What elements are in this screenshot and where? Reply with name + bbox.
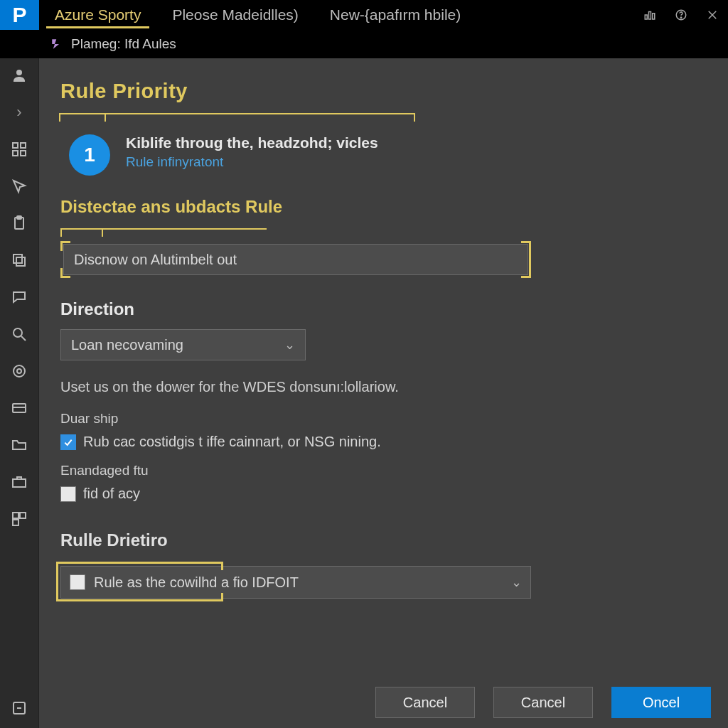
breadcrumb-label: Plameg: Ifd Aules <box>71 36 176 52</box>
rule-priority-heading: Rule Priority <box>60 80 707 103</box>
direction-helper-text: Uset us on the dower for the WDES donsun… <box>60 379 707 395</box>
ok-button[interactable]: Oncel <box>611 687 711 718</box>
svg-point-16 <box>14 328 22 337</box>
briefcase-icon[interactable] <box>9 472 29 492</box>
card-icon[interactable] <box>9 398 29 418</box>
svg-rect-9 <box>21 143 26 148</box>
dist-rule-input[interactable] <box>63 244 528 275</box>
close-icon[interactable] <box>697 0 728 30</box>
cancel-button[interactable]: Cancel <box>375 687 475 718</box>
dist-rule-heading: Distectae ans ubdacts Rule <box>60 197 707 217</box>
priority-item: 1 Kiblife throug the, headzohd; vicles R… <box>69 134 707 176</box>
checkbox-duar-ship-label: Rub cac costidgis t iffe cainnart, or NS… <box>83 434 381 450</box>
rule-drietiro-heading: Rulle Drietiro <box>60 530 707 550</box>
main-panel: Rule Priority 1 Kiblife throug the, head… <box>39 58 728 728</box>
priority-item-link[interactable]: Rule infinyratont <box>126 154 378 170</box>
svg-rect-2 <box>653 14 655 19</box>
svg-point-18 <box>14 365 25 377</box>
dist-underline <box>60 228 707 232</box>
cursor-icon[interactable] <box>9 176 29 196</box>
rule-select-text: Rule as the cowilhd a fio IDFOIT <box>94 574 299 591</box>
dialog-footer: Cancel Cancel Oncel <box>375 687 711 718</box>
help-icon[interactable] <box>665 0 697 30</box>
rule-drietiro-select[interactable]: Rule as the cowilhd a fio IDFOIT ⌄ <box>60 566 531 599</box>
direction-selected-value: Loan necovaming <box>71 337 183 353</box>
svg-rect-14 <box>14 255 22 263</box>
chat-icon[interactable] <box>9 287 29 307</box>
activity-rail: › <box>0 58 39 728</box>
svg-rect-10 <box>13 151 18 156</box>
svg-rect-15 <box>16 257 25 266</box>
duplicate-icon[interactable] <box>9 250 29 270</box>
priority-item-text: Kiblife throug the, headzohd; vicles <box>126 134 378 151</box>
svg-rect-24 <box>20 513 26 518</box>
chart-icon[interactable] <box>634 0 665 30</box>
search-icon[interactable] <box>9 324 29 344</box>
window-tabbar: P Azure Sporty Pleose Madeidlles) New-{a… <box>0 0 728 30</box>
svg-rect-22 <box>13 479 26 487</box>
user-icon[interactable] <box>9 65 29 85</box>
checkbox-duar-ship[interactable] <box>60 434 76 450</box>
svg-point-19 <box>17 369 21 373</box>
group1-label: Duar ship <box>60 411 707 427</box>
chevron-down-icon: ⌄ <box>511 574 522 590</box>
cancel-button-2[interactable]: Cancel <box>493 687 593 718</box>
heading-underline <box>60 113 707 117</box>
svg-point-7 <box>16 70 22 75</box>
svg-rect-23 <box>13 513 18 518</box>
checkbox-enandaged[interactable] <box>60 486 76 502</box>
checkbox-enandaged-label: fid of acy <box>83 486 140 502</box>
direction-heading: Direction <box>60 299 707 319</box>
folder-icon[interactable] <box>9 435 29 455</box>
group2-label: Enandaged ftu <box>60 463 707 478</box>
direction-select[interactable]: Loan necovaming ⌄ <box>60 329 306 360</box>
svg-rect-8 <box>13 143 18 148</box>
svg-rect-1 <box>649 12 651 20</box>
chevron-right-icon[interactable]: › <box>9 102 29 122</box>
tab-pleose[interactable]: Pleose Madeidlles) <box>156 0 314 30</box>
clipboard-icon[interactable] <box>9 213 29 233</box>
target-icon[interactable] <box>9 361 29 381</box>
chevron-down-icon: ⌄ <box>284 337 295 353</box>
dist-input-highlight <box>60 241 531 278</box>
app-logo: P <box>0 0 39 30</box>
settings-icon[interactable] <box>9 698 29 718</box>
svg-point-4 <box>680 17 682 18</box>
breadcrumb-app-icon <box>50 37 64 51</box>
tab-azure-sporty[interactable]: Azure Sporty <box>39 0 156 30</box>
svg-rect-25 <box>13 520 18 525</box>
svg-rect-11 <box>21 151 26 156</box>
svg-rect-0 <box>645 15 647 19</box>
svg-line-17 <box>21 336 26 341</box>
breadcrumb: Plameg: Ifd Aules <box>0 30 728 58</box>
rule-select-checkbox[interactable] <box>70 574 85 590</box>
extensions-icon[interactable] <box>9 509 29 529</box>
priority-badge: 1 <box>69 134 110 176</box>
tab-new[interactable]: New-{apafırm hbile) <box>314 0 476 30</box>
grid-icon[interactable] <box>9 139 29 159</box>
